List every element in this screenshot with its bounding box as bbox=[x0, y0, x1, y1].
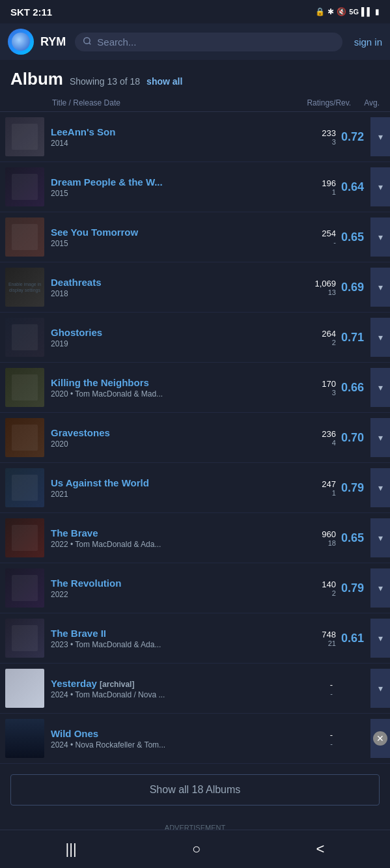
album-counts: - - bbox=[330, 730, 333, 748]
album-row[interactable]: See You Tomorrow 2015 254 - 0.65▾ bbox=[0, 212, 390, 262]
album-year: 2015 bbox=[51, 189, 315, 198]
album-name[interactable]: The Brave II bbox=[51, 628, 315, 639]
status-icons: 🔒 ✱ 🔇 5G ▌▌ ▮ bbox=[315, 7, 380, 16]
chevron-down-icon: ▾ bbox=[378, 332, 383, 343]
album-name[interactable]: The Brave bbox=[51, 527, 315, 539]
sign-in-button[interactable]: sign in bbox=[354, 36, 382, 48]
album-info: Gravestones 2020 bbox=[51, 427, 315, 449]
logo-inner bbox=[12, 33, 30, 51]
avg-score: 0.66 bbox=[341, 381, 364, 395]
album-stats: - - bbox=[330, 730, 364, 748]
album-dropdown-button[interactable]: ▾ bbox=[370, 468, 390, 507]
album-row[interactable]: Wild Ones 2024 • Nova Rockafeller & Tom.… bbox=[0, 714, 390, 764]
album-stats: 1,069 13 0.69 bbox=[314, 279, 364, 296]
album-stats: 254 - 0.65 bbox=[322, 229, 364, 246]
album-dropdown-button[interactable]: ▾ bbox=[370, 669, 390, 708]
album-row[interactable]: Enable image in display settings Deathre… bbox=[0, 262, 390, 313]
chevron-down-icon: ▾ bbox=[378, 483, 383, 493]
chevron-down-icon: ▾ bbox=[378, 683, 383, 693]
page-title: Album bbox=[10, 69, 63, 89]
album-name[interactable]: Ghostories bbox=[51, 327, 315, 338]
album-thumbnail bbox=[5, 468, 44, 507]
album-name[interactable]: See You Tomorrow bbox=[51, 227, 315, 238]
album-row[interactable]: Ghostories 2019 264 2 0.71▾ bbox=[0, 313, 390, 363]
album-stats: 196 1 0.64 bbox=[322, 178, 364, 196]
album-dropdown-button[interactable]: ▾ bbox=[370, 117, 390, 156]
avg-score: 0.69 bbox=[341, 281, 364, 294]
reviews-count: 1 bbox=[332, 489, 336, 497]
nav-home-icon[interactable]: ○ bbox=[179, 838, 214, 860]
show-all-albums-label: Show all 18 Albums bbox=[150, 784, 241, 795]
album-counts: 170 3 bbox=[322, 379, 336, 397]
album-dropdown-button[interactable]: ▾ bbox=[370, 217, 390, 257]
album-row[interactable]: LeeAnn's Son 2014 233 3 0.72▾ bbox=[0, 112, 390, 162]
album-dropdown-button[interactable]: ▾ bbox=[370, 518, 390, 557]
album-info: Us Against the World 2021 bbox=[51, 477, 315, 499]
battery-icon: ▮ bbox=[375, 7, 380, 16]
ratings-count: 264 bbox=[322, 329, 336, 339]
album-row[interactable]: Yesterday [archival] 2024 • Tom MacDonal… bbox=[0, 664, 390, 714]
album-info: Wild Ones 2024 • Nova Rockafeller & Tom.… bbox=[51, 728, 324, 749]
album-info: LeeAnn's Son 2014 bbox=[51, 126, 315, 148]
ratings-count: 1,069 bbox=[314, 279, 336, 288]
avg-score: 0.79 bbox=[341, 581, 364, 595]
album-thumbnail bbox=[5, 167, 44, 206]
album-dropdown-button[interactable]: ▾ bbox=[370, 368, 390, 407]
reviews-count: 3 bbox=[332, 138, 336, 146]
album-name[interactable]: Gravestones bbox=[51, 427, 315, 438]
album-row[interactable]: The Brave 2022 • Tom MacDonald & Ada... … bbox=[0, 513, 390, 563]
album-dropdown-button[interactable]: ▾ bbox=[370, 418, 390, 457]
album-dropdown-button[interactable]: ▾ bbox=[370, 619, 390, 658]
rym-logo[interactable] bbox=[8, 29, 34, 55]
album-dropdown-button[interactable]: ▾ bbox=[370, 318, 390, 357]
album-name[interactable]: Wild Ones bbox=[51, 728, 324, 739]
album-row[interactable]: Gravestones 2020 236 4 0.70▾ bbox=[0, 413, 390, 463]
album-name[interactable]: Killing the Neighbors bbox=[51, 377, 315, 388]
search-bar[interactable]: Search... bbox=[75, 33, 342, 51]
album-name[interactable]: Yesterday [archival] bbox=[51, 678, 324, 689]
album-counts: - - bbox=[330, 680, 333, 697]
reviews-count: 13 bbox=[328, 288, 336, 296]
ratings-count: 247 bbox=[322, 479, 336, 489]
album-row[interactable]: Us Against the World 2021 247 1 0.79▾ bbox=[0, 463, 390, 513]
album-row[interactable]: Dream People & the W... 2015 196 1 0.64▾ bbox=[0, 162, 390, 212]
avg-score: 0.65 bbox=[341, 531, 364, 545]
show-all-link[interactable]: show all bbox=[146, 76, 182, 87]
album-name[interactable]: The Revolution bbox=[51, 578, 315, 589]
reviews-count: 2 bbox=[332, 339, 336, 346]
ratings-count: - bbox=[330, 680, 333, 690]
album-dropdown-button[interactable]: ✕ bbox=[370, 719, 390, 758]
bottom-nav: ||| ○ < bbox=[0, 830, 390, 868]
album-year: 2019 bbox=[51, 339, 315, 348]
album-info: Killing the Neighbors 2020 • Tom MacDona… bbox=[51, 377, 315, 399]
avg-score: 0.79 bbox=[341, 481, 364, 495]
album-info: The Brave 2022 • Tom MacDonald & Ada... bbox=[51, 527, 315, 549]
album-thumbnail bbox=[5, 719, 44, 758]
album-row[interactable]: The Brave II 2023 • Tom MacDonald & Ada.… bbox=[0, 613, 390, 664]
nav-back-icon[interactable]: ||| bbox=[53, 838, 90, 860]
reviews-count: - bbox=[330, 740, 333, 748]
close-icon: ✕ bbox=[373, 731, 387, 746]
album-row[interactable]: Killing the Neighbors 2020 • Tom MacDona… bbox=[0, 363, 390, 413]
nav-return-icon[interactable]: < bbox=[303, 838, 338, 860]
album-dropdown-button[interactable]: ▾ bbox=[370, 167, 390, 206]
album-name[interactable]: Deathreats bbox=[51, 277, 308, 288]
show-all-albums-button[interactable]: Show all 18 Albums bbox=[10, 774, 380, 805]
album-row[interactable]: The Revolution 2022 140 2 0.79▾ bbox=[0, 563, 390, 613]
ratings-count: 233 bbox=[322, 128, 336, 138]
album-name[interactable]: Dream People & the W... bbox=[51, 176, 315, 188]
album-year: 2024 • Tom MacDonald / Nova ... bbox=[51, 690, 324, 699]
album-name[interactable]: Us Against the World bbox=[51, 477, 315, 488]
ratings-count: 170 bbox=[322, 379, 336, 389]
lock-icon: 🔒 bbox=[315, 7, 325, 16]
album-thumbnail bbox=[5, 318, 44, 357]
album-thumbnail bbox=[5, 619, 44, 658]
album-counts: 748 21 bbox=[322, 630, 336, 647]
album-name[interactable]: LeeAnn's Son bbox=[51, 126, 315, 137]
album-dropdown-button[interactable]: ▾ bbox=[370, 268, 390, 307]
album-thumbnail bbox=[5, 217, 44, 257]
album-counts: 247 1 bbox=[322, 479, 336, 497]
album-dropdown-button[interactable]: ▾ bbox=[370, 568, 390, 608]
ratings-count: 960 bbox=[322, 529, 336, 539]
album-thumbnail bbox=[5, 418, 44, 457]
